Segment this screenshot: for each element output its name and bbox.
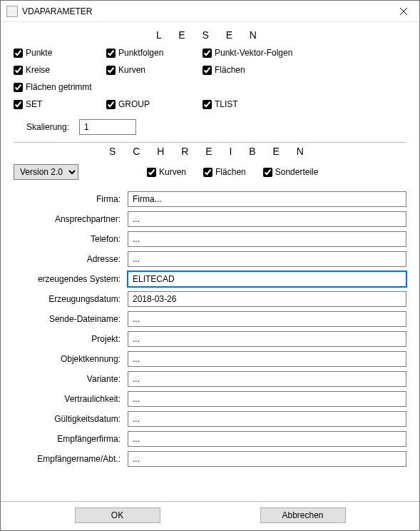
checkbox-kurven[interactable]: Kurven: [106, 65, 203, 75]
checkbox-input[interactable]: [14, 49, 23, 58]
row-empf-firma: Empfängerfirma:: [14, 431, 406, 447]
field-label: Gültigkeitsdatum:: [14, 414, 121, 424]
checkbox-input[interactable]: [14, 83, 23, 92]
row-adresse: Adresse:: [14, 251, 406, 267]
row-variante: Variante:: [14, 371, 406, 387]
checkbox-write-sonderteile[interactable]: Sonderteile: [263, 167, 319, 177]
checkbox-label: Kurven: [118, 65, 145, 75]
write-checkboxes: Kurven Flächen Sonderteile: [147, 167, 318, 177]
app-icon: [6, 6, 18, 17]
ok-button[interactable]: OK: [75, 507, 160, 523]
field-label: Empfängerfirma:: [14, 434, 121, 444]
row-empf-name: Empfängername/Abt.:: [14, 451, 406, 467]
close-button[interactable]: [387, 1, 419, 22]
checkbox-input[interactable]: [203, 168, 212, 177]
row-erz-system: erzeugendes System:: [14, 271, 406, 287]
sende-dateiname-input[interactable]: [128, 311, 406, 327]
field-label: erzeugendes System:: [14, 274, 121, 284]
row-telefon: Telefon:: [14, 231, 406, 247]
checkbox-label: GROUP: [118, 99, 150, 109]
checkbox-input[interactable]: [203, 66, 212, 75]
checkbox-label: Flächen getrimmt: [26, 82, 92, 92]
checkbox-input[interactable]: [203, 49, 212, 58]
field-label: Projekt:: [14, 334, 121, 344]
vertraulichkeit-input[interactable]: [128, 391, 406, 407]
scale-label: Skalierung:: [26, 122, 69, 132]
telefon-input[interactable]: [128, 231, 406, 247]
erz-system-input[interactable]: [128, 271, 406, 287]
field-label: Objektkennung:: [14, 354, 121, 364]
empf-firma-input[interactable]: [128, 431, 406, 447]
cancel-button[interactable]: Abbrechen: [260, 507, 346, 523]
checkbox-input[interactable]: [106, 66, 116, 75]
separator: [14, 142, 406, 143]
checkbox-label: Punkt-Vektor-Folgen: [215, 48, 292, 58]
projekt-input[interactable]: [128, 331, 406, 347]
read-checkbox-grid: Punkte Punktfolgen Punkt-Vektor-Folgen K…: [14, 48, 406, 109]
firma-input[interactable]: [128, 191, 406, 207]
row-erz-datum: Erzeugungsdatum:: [14, 291, 406, 307]
checkbox-punkte[interactable]: Punkte: [14, 48, 106, 58]
checkbox-label: Punktfolgen: [118, 48, 163, 58]
erz-datum-input[interactable]: [128, 291, 406, 307]
checkbox-flaechen[interactable]: Flächen: [203, 65, 345, 75]
field-label: Vertraulichkeit:: [14, 394, 121, 404]
checkbox-tlist[interactable]: TLIST: [203, 99, 345, 109]
field-label: Adresse:: [14, 254, 121, 264]
checkbox-set[interactable]: SET: [14, 99, 106, 109]
checkbox-input[interactable]: [263, 168, 272, 177]
row-vertraulichkeit: Vertraulichkeit:: [14, 391, 406, 407]
checkbox-label: Kreise: [26, 65, 50, 75]
scale-row: Skalierung:: [26, 119, 406, 135]
row-projekt: Projekt:: [14, 331, 406, 347]
read-heading: L E S E N: [14, 29, 406, 41]
close-icon: [400, 8, 407, 15]
footer: OK Abbrechen: [1, 501, 419, 530]
checkbox-label: Flächen: [215, 167, 246, 177]
dialog-window: VDAPARAMETER L E S E N Punkte Punktfolge…: [0, 0, 420, 531]
checkbox-write-flaechen[interactable]: Flächen: [203, 167, 246, 177]
version-select[interactable]: Version 2.0: [14, 164, 78, 180]
content-area: L E S E N Punkte Punktfolgen Punkt-Vekto…: [1, 22, 419, 501]
checkbox-input[interactable]: [14, 100, 23, 109]
write-heading: S C H R E I B E N: [14, 146, 406, 157]
field-label: Firma:: [14, 194, 121, 204]
row-sende-dateiname: Sende-Dateiname:: [14, 311, 406, 327]
row-ansprechpartner: Ansprechpartner:: [14, 211, 406, 227]
checkbox-label: Flächen: [215, 65, 245, 75]
checkbox-input[interactable]: [106, 100, 116, 109]
checkbox-input[interactable]: [147, 168, 156, 177]
checkbox-write-kurven[interactable]: Kurven: [147, 167, 186, 177]
write-top-row: Version 2.0 Kurven Flächen Sonderteile: [14, 164, 406, 180]
checkbox-input[interactable]: [14, 66, 23, 75]
checkbox-label: SET: [26, 99, 42, 109]
checkbox-label: TLIST: [215, 99, 238, 109]
checkbox-label: Sonderteile: [275, 167, 319, 177]
checkbox-kreise[interactable]: Kreise: [14, 65, 106, 75]
field-label: Erzeugungsdatum:: [14, 294, 121, 304]
titlebar: VDAPARAMETER: [1, 1, 419, 22]
checkbox-label: Punkte: [26, 48, 52, 58]
checkbox-input[interactable]: [203, 100, 212, 109]
variante-input[interactable]: [128, 371, 406, 387]
objektkennung-input[interactable]: [128, 351, 406, 367]
adresse-input[interactable]: [128, 251, 406, 267]
checkbox-flaechen-getrimmt[interactable]: Flächen getrimmt: [14, 82, 345, 92]
field-label: Sende-Dateiname:: [14, 314, 121, 324]
empf-name-input[interactable]: [128, 451, 406, 467]
row-gueltigkeitsdatum: Gültigkeitsdatum:: [14, 411, 406, 427]
field-label: Empfängername/Abt.:: [14, 454, 121, 464]
scale-input[interactable]: [79, 119, 136, 135]
checkbox-label: Kurven: [159, 167, 186, 177]
row-firma: Firma:: [14, 191, 406, 207]
window-title: VDAPARAMETER: [22, 6, 387, 16]
field-label: Ansprechpartner:: [14, 214, 121, 224]
checkbox-punktfolgen[interactable]: Punktfolgen: [106, 48, 203, 58]
field-label: Variante:: [14, 374, 121, 384]
ansprechpartner-input[interactable]: [128, 211, 406, 227]
checkbox-input[interactable]: [106, 49, 116, 58]
field-label: Telefon:: [14, 234, 121, 244]
gueltigkeitsdatum-input[interactable]: [128, 411, 406, 427]
checkbox-group[interactable]: GROUP: [106, 99, 203, 109]
checkbox-punkt-vektor-folgen[interactable]: Punkt-Vektor-Folgen: [203, 48, 345, 58]
